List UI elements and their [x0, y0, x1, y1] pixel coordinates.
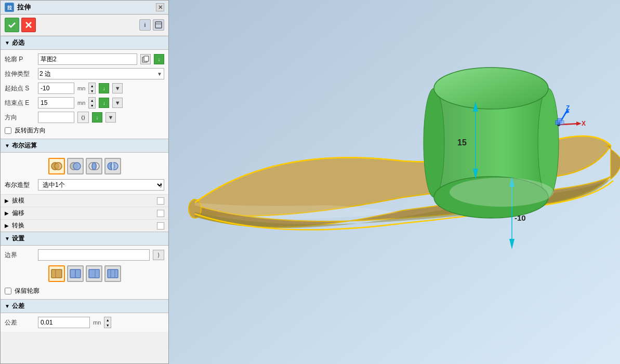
- flip-checkbox[interactable]: [5, 127, 11, 134]
- transform-section-header[interactable]: ▶ 转换: [1, 219, 168, 232]
- end-input[interactable]: [38, 97, 74, 109]
- svg-rect-52: [560, 120, 564, 125]
- transform-label: 转换: [12, 221, 154, 230]
- svg-point-11: [73, 163, 81, 170]
- start-spinner[interactable]: ▲ ▼: [88, 83, 96, 94]
- transform-arrow: ▶: [5, 223, 9, 228]
- tolerance-row: 公差 mn ▲ ▼: [1, 315, 168, 330]
- toolbar: i: [1, 15, 168, 36]
- svg-point-53: [450, 178, 553, 207]
- bool-type-label: 布尔造型: [5, 181, 35, 190]
- contour-label: 轮廓 P: [5, 55, 35, 64]
- setting-icon-3[interactable]: [86, 265, 102, 282]
- svg-point-31: [424, 88, 444, 197]
- extra-button[interactable]: [153, 19, 164, 31]
- tolerance-section-header[interactable]: ▼ 公差: [1, 299, 168, 313]
- 3d-view: 15 -10 Z X: [169, 0, 620, 364]
- info-button[interactable]: i: [139, 19, 151, 31]
- boolean-section-body: 布尔造型 选中1个 ⟩: [1, 153, 168, 194]
- svg-rect-23: [95, 269, 99, 278]
- svg-rect-4: [155, 22, 162, 28]
- end-add-btn[interactable]: ↓: [99, 98, 109, 108]
- direction-input[interactable]: [38, 112, 74, 123]
- boundary-extra-btn[interactable]: ⟩: [153, 250, 164, 260]
- draft-section-header[interactable]: ▶ 拔模: [1, 194, 168, 207]
- svg-point-14: [92, 163, 96, 170]
- start-extra-btn[interactable]: ▼: [112, 83, 123, 93]
- offset-section-header[interactable]: ▶ 偏移: [1, 207, 168, 219]
- tolerance-section-body: 公差 mn ▲ ▼: [1, 313, 168, 332]
- boundary-row: 边界 ⟩: [1, 248, 168, 262]
- direction-chevron[interactable]: ⟨⟩: [77, 112, 89, 123]
- contour-copy-btn[interactable]: [140, 54, 151, 64]
- contour-input[interactable]: [38, 53, 137, 65]
- draft-check[interactable]: [157, 197, 164, 205]
- stretch-type-row: 拉伸类型 2 边 ▼: [1, 66, 168, 81]
- flip-row: 反转面方向: [1, 125, 168, 137]
- required-arrow: ▼: [5, 40, 10, 46]
- svg-text:-10: -10: [515, 213, 526, 222]
- svg-point-33: [434, 68, 548, 109]
- svg-rect-24: [108, 269, 118, 278]
- required-section-header[interactable]: ▼ 必选: [1, 36, 168, 50]
- contour-add-btn[interactable]: ↓: [154, 54, 164, 64]
- start-row: 起始点 S mn ▲ ▼ ↓ ▼: [1, 81, 168, 96]
- settings-section-body: 边界 ⟩: [1, 246, 168, 299]
- contour-row: 轮廓 P ↓: [1, 52, 168, 66]
- tolerance-arrow: ▼: [5, 303, 10, 309]
- end-row: 结束点 E mn ▲ ▼ ↓ ▼: [1, 96, 168, 110]
- svg-point-16: [111, 163, 118, 170]
- setting-icons-row: [1, 262, 168, 285]
- left-panel: 拉 拉伸 ✕ i ▼ 必选 轮廓 P ↓: [0, 0, 169, 364]
- start-label: 起始点 S: [5, 84, 35, 93]
- svg-text:X: X: [582, 120, 586, 127]
- setting-icon-2[interactable]: [67, 265, 84, 282]
- flip-label: 反转面方向: [15, 126, 46, 135]
- tolerance-spinner[interactable]: ▲ ▼: [104, 317, 111, 328]
- offset-check[interactable]: [157, 210, 164, 217]
- settings-arrow: ▼: [5, 236, 10, 241]
- stretch-type-label: 拉伸类型: [5, 70, 35, 78]
- start-input[interactable]: [38, 83, 74, 94]
- panel-title: 拉伸: [17, 3, 153, 12]
- stretch-type-select[interactable]: 2 边: [38, 68, 164, 79]
- bool-type-row: 布尔造型 选中1个 ⟩: [1, 178, 168, 192]
- direction-row: 方向 ⟨⟩ ↓ ▼: [1, 110, 168, 125]
- end-label: 结束点 E: [5, 99, 35, 107]
- cancel-button[interactable]: [21, 18, 36, 32]
- svg-text:拉: 拉: [7, 5, 12, 10]
- direction-add-btn[interactable]: ↓: [92, 112, 102, 123]
- transform-check[interactable]: [157, 222, 164, 230]
- bool-subtract-btn[interactable]: [67, 158, 84, 174]
- svg-point-9: [55, 163, 62, 170]
- bool-type-select[interactable]: 选中1个: [38, 179, 164, 191]
- bool-union-btn[interactable]: [48, 158, 65, 174]
- setting-icon-1[interactable]: [48, 265, 65, 282]
- end-extra-btn[interactable]: ▼: [112, 98, 123, 108]
- close-button[interactable]: ✕: [156, 3, 164, 11]
- direction-extra-btn[interactable]: ▼: [105, 112, 116, 123]
- boundary-input[interactable]: [38, 249, 150, 261]
- tolerance-label: 公差: [5, 318, 35, 327]
- offset-arrow: ▶: [5, 210, 9, 216]
- svg-rect-19: [51, 269, 56, 278]
- direction-label: 方向: [5, 113, 35, 122]
- confirm-button[interactable]: [5, 18, 19, 32]
- tolerance-input[interactable]: [38, 317, 90, 328]
- end-spinner[interactable]: ▲ ▼: [88, 97, 96, 109]
- bool-split-btn[interactable]: [104, 158, 121, 174]
- start-add-btn[interactable]: ↓: [99, 83, 109, 93]
- svg-text:Z: Z: [566, 104, 570, 112]
- keep-contour-checkbox[interactable]: [5, 288, 11, 294]
- bool-icons-row: [1, 155, 168, 178]
- bool-intersect-btn[interactable]: [86, 158, 102, 174]
- boolean-section-header[interactable]: ▼ 布尔运算: [1, 139, 168, 153]
- boolean-arrow: ▼: [5, 143, 10, 149]
- viewport: 15 -10 Z X: [169, 0, 620, 364]
- end-unit: mn: [77, 100, 85, 106]
- setting-icon-4[interactable]: [104, 265, 121, 282]
- required-section-body: 轮廓 P ↓ 拉伸类型 2 边 ▼ 起始点 S mn ▲ ▼: [1, 50, 168, 139]
- settings-section-header[interactable]: ▼ 设置: [1, 232, 168, 246]
- svg-rect-7: [144, 56, 149, 61]
- draft-label: 拔模: [12, 196, 154, 205]
